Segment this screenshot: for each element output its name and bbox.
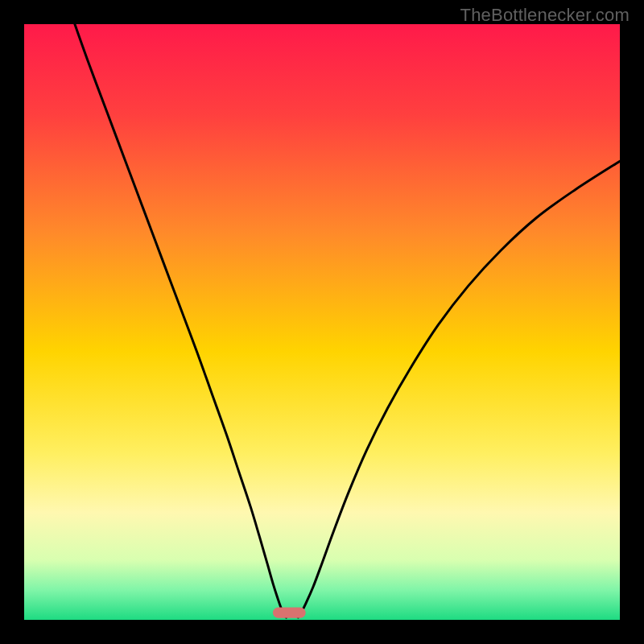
optimum-marker [273,607,306,617]
gradient-background [24,24,620,620]
plot-area [24,24,620,620]
plot-svg [24,24,620,620]
chart-frame: TheBottlenecker.com [0,0,644,644]
marker-layer [273,607,306,617]
watermark-text: TheBottlenecker.com [460,5,630,26]
